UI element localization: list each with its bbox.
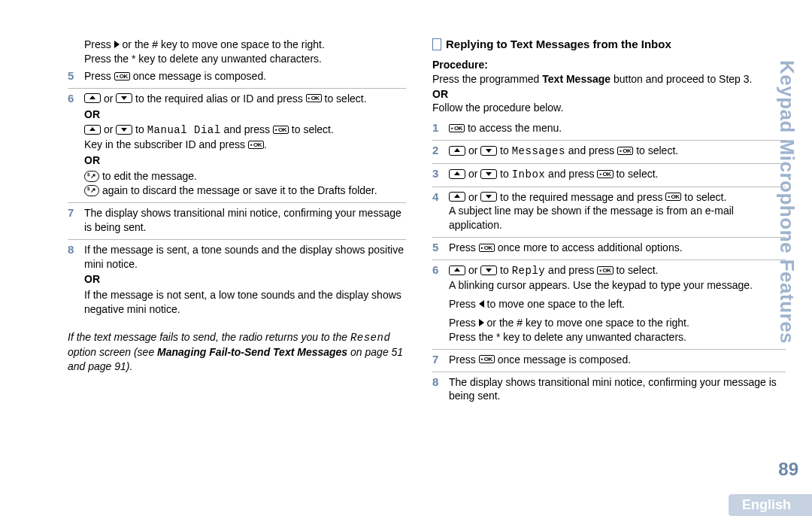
text: or — [465, 264, 480, 276]
text: button and proceed to Step 3. — [611, 73, 752, 85]
text: or — [101, 123, 116, 135]
text: Follow the procedure below. — [432, 102, 786, 114]
step-8: 8 If the message is sent, a tone sounds … — [68, 240, 406, 321]
ok-key-icon: ▪ OK — [449, 124, 465, 132]
text: to select. — [614, 168, 659, 180]
text: to select. — [633, 144, 678, 156]
r-step-5: 5 Press ▪ OK once more to access additio… — [432, 238, 786, 260]
up-key-icon — [449, 169, 465, 179]
step-number: 4 — [432, 190, 449, 233]
text: to edit the message. — [99, 170, 197, 182]
up-key-icon — [84, 125, 101, 135]
heading-text: Replying to Text Messages from the Inbox — [446, 38, 671, 50]
step-6: 6 or to the required alias or ID and pre… — [68, 89, 406, 203]
text: once message is composed. — [130, 70, 266, 82]
text: A blinking cursor appears. Use the keypa… — [449, 278, 786, 293]
text: The display shows transitional mini noti… — [449, 375, 786, 404]
section-heading: Replying to Text Messages from the Inbox — [432, 38, 786, 51]
right-arrow-icon — [479, 319, 484, 326]
text: to select. — [322, 93, 367, 105]
up-key-icon — [449, 146, 465, 156]
intro-block: Press or the # key to move one space to … — [68, 38, 406, 66]
step-number: 2 — [432, 144, 449, 159]
ok-key-icon: ▪ OK — [617, 147, 633, 155]
r-step-8: 8 The display shows transitional mini no… — [432, 372, 786, 408]
text: or — [101, 93, 116, 105]
left-column: Press or the # key to move one space to … — [68, 38, 406, 481]
bold-text: Managing Fail-to-Send Text Messages — [157, 346, 347, 358]
down-key-icon — [480, 266, 497, 275]
text: or — [465, 168, 480, 180]
text: Press — [449, 241, 479, 253]
mono-text: Messages — [512, 145, 565, 157]
bold-text: Text Message — [542, 73, 611, 85]
text: and press — [545, 264, 597, 276]
back-key-icon: ⁵↗ — [84, 185, 99, 196]
text: or the # key to move one space to the ri… — [484, 317, 689, 329]
language-tab: English — [729, 494, 812, 516]
bookmark-icon — [432, 38, 441, 50]
step-number: 6 — [68, 92, 84, 198]
text: to select. — [681, 191, 726, 203]
procedure-intro: Press the programmed Text Message button… — [432, 72, 786, 86]
text: Press — [449, 354, 479, 366]
text: to — [497, 168, 511, 180]
text: to select. — [289, 123, 334, 135]
ok-key-icon: ▪ OK — [479, 355, 495, 363]
step-number: 8 — [68, 243, 84, 317]
step-number: 7 — [432, 353, 449, 367]
text: If the message is not sent, a low tone s… — [84, 288, 406, 317]
page-content: Press or the # key to move one space to … — [0, 0, 812, 481]
ok-key-icon: ▪ OK — [479, 244, 495, 252]
up-key-icon — [449, 192, 465, 202]
text: If the message is sent, a tone sounds an… — [84, 243, 406, 272]
text: or — [465, 144, 480, 156]
down-key-icon — [480, 192, 497, 202]
r-step-4: 4 or to the required message and press ▪… — [432, 187, 786, 238]
down-key-icon — [480, 146, 497, 156]
r-step-2: 2 or to Messages and press ▪ OK to selec… — [432, 141, 786, 164]
step-number: 1 — [432, 121, 449, 135]
text: to the required alias or ID and press — [132, 93, 305, 105]
text: to select. — [614, 264, 659, 276]
step-7: 7 The display shows transitional mini no… — [68, 203, 406, 240]
up-key-icon — [449, 266, 465, 275]
down-key-icon — [116, 125, 132, 135]
text: Press — [449, 298, 479, 310]
step-5: 5 Press ▪ OK once message is composed. — [68, 66, 406, 89]
up-key-icon — [84, 93, 101, 103]
text: option screen (see — [68, 346, 157, 358]
step-number: 6 — [432, 263, 449, 344]
side-title: Keypad Microphone Features — [775, 60, 798, 344]
text: and press — [565, 144, 617, 156]
ok-key-icon: ▪ OK — [114, 72, 130, 80]
or-label: OR — [84, 153, 406, 168]
text: to access the menu. — [465, 122, 562, 134]
text: and press — [221, 123, 273, 135]
text: . — [264, 138, 267, 150]
down-key-icon — [116, 93, 132, 103]
ok-key-icon: ▪ OK — [597, 266, 613, 275]
or-label: OR — [432, 88, 786, 100]
mono-text: Resend — [350, 332, 390, 344]
text: Press the * key to delete any unwanted c… — [449, 330, 786, 344]
text: or the # key to move one space to the ri… — [120, 38, 325, 50]
text: again to discard the message or save it … — [99, 184, 377, 196]
text: Press the programmed — [432, 73, 542, 85]
text: A subject line may be shown if the messa… — [449, 204, 786, 232]
mono-text: Reply — [512, 265, 546, 277]
text: or — [465, 191, 480, 203]
text: to — [497, 144, 511, 156]
step-number: 5 — [432, 241, 449, 255]
r-step-1: 1 ▪ OK to access the menu. — [432, 118, 786, 141]
or-label: OR — [84, 272, 406, 287]
ok-key-icon: ▪ OK — [306, 94, 322, 102]
left-arrow-icon — [479, 300, 484, 308]
text: once more to access additional options. — [495, 241, 683, 253]
text: Press — [84, 70, 114, 82]
text: If the text message fails to send, the r… — [68, 331, 350, 343]
or-label: OR — [84, 108, 406, 122]
text: Press — [84, 38, 114, 50]
r-step-3: 3 or to Inbox and press ▪ OK to select. — [432, 164, 786, 187]
fail-note: If the text message fails to send, the r… — [68, 330, 406, 374]
